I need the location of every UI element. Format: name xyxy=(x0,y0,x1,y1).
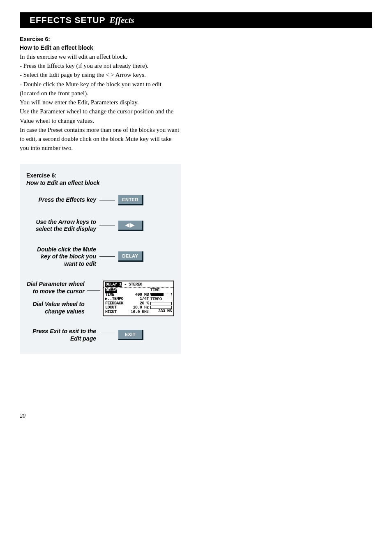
exercise-heading: Exercise 6: xyxy=(20,35,266,43)
delay-button: DELAY xyxy=(118,251,143,262)
connector-line xyxy=(99,335,115,335)
exercise-intro: In this exercise we will edit an effect … xyxy=(20,53,266,61)
lcd-row-val: 1/4T xyxy=(140,297,149,302)
exit-button: EXIT xyxy=(118,330,143,340)
step-row: Press Exit to exit to the Edit page EXIT xyxy=(26,328,174,342)
exercise-line: you into number two. xyxy=(20,144,266,152)
step-label: Use the Arrow keys to select the Edit di… xyxy=(26,219,99,233)
lcd-left-column: DELAY TIME400 MS ▶..TEMPO1/4T FEEDBACK20… xyxy=(105,288,149,314)
lcd-row-key: DELAY xyxy=(105,288,118,293)
body-text: Exercise 6: How to Edit an effect block … xyxy=(20,35,266,152)
lcd-step-row: Dial Parameter wheel to move the cursor … xyxy=(26,281,174,316)
lcd-screen: DELAY 1 - STEREO DELAY TIME400 MS ▶..TEM… xyxy=(103,281,174,316)
header-title-bold: EFFECTS SETUP xyxy=(30,15,106,25)
dial-value-label: Dial Value wheel to change values xyxy=(26,301,85,315)
lcd-title-inv: DELAY 1 xyxy=(105,282,122,287)
exercise-subheading: How to Edit an effect block xyxy=(20,44,266,52)
step-row: Double click the Mute key of the block y… xyxy=(26,246,174,268)
exercise-line: Value wheel to change values. xyxy=(20,117,266,125)
lcd-row-key: ▶..TEMPO xyxy=(105,297,123,302)
step-label: Press Exit to exit to the Edit page xyxy=(26,328,99,342)
connector-line xyxy=(99,226,115,226)
panel-subheading: How to Edit an effect block xyxy=(26,180,174,186)
lcd-tempo-label: TEMPO xyxy=(150,297,172,302)
lcd-readout: 333 MS xyxy=(150,309,172,314)
connector-line xyxy=(99,200,115,200)
exercise-line: to edit, a second double click on the bl… xyxy=(20,135,266,143)
lcd-tempo-bar xyxy=(150,306,172,309)
lcd-row-val: 10.0 Hz xyxy=(133,306,149,310)
lcd-time-bar xyxy=(150,293,172,296)
lcd-step-labels: Dial Parameter wheel to move the cursor … xyxy=(26,281,87,315)
lcd-time-label: TIME xyxy=(150,288,172,292)
dial-param-label: Dial Parameter wheel to move the cursor xyxy=(26,281,85,295)
lcd-title-rest: - STEREO xyxy=(122,282,142,287)
lcd-title: DELAY 1 - STEREO xyxy=(104,281,173,288)
header-title-italic: Effects xyxy=(110,15,134,25)
step-row: Press the Effects key ENTER xyxy=(26,195,174,205)
step-row: Use the Arrow keys to select the Edit di… xyxy=(26,219,174,233)
instruction-panel: Exercise 6: How to Edit an effect block … xyxy=(20,164,181,354)
enter-button: ENTER xyxy=(118,195,143,205)
step-label: Press the Effects key xyxy=(26,196,99,204)
exercise-line: - Select the Edit page by using the < > … xyxy=(20,71,266,79)
lcd-tempo-bar xyxy=(150,302,172,305)
lcd-row-key: HICUT xyxy=(105,310,117,315)
lcd-row-val: 16.0 KHz xyxy=(131,310,149,315)
panel-heading: Exercise 6: xyxy=(26,172,174,179)
exercise-line: Use the Parameter wheel to change the cu… xyxy=(20,107,266,115)
connector-line xyxy=(99,256,115,257)
lcd-row-key: LOCUT xyxy=(105,306,117,310)
connector-line xyxy=(87,290,100,291)
page-header: EFFECTS SETUP Effects xyxy=(20,12,372,28)
step-label: Double click the Mute key of the block y… xyxy=(26,246,99,268)
exercise-line: - Double click the Mute key of the block… xyxy=(20,80,266,88)
exercise-line: - Press the Effects key (if you are not … xyxy=(20,62,266,70)
lcd-right-column: TIME TEMPO 333 MS xyxy=(149,288,172,314)
page-number: 20 xyxy=(20,413,25,419)
exercise-line: (located on the front panel). xyxy=(20,89,266,97)
exercise-line: You will now enter the Edit, Parameters … xyxy=(20,98,266,106)
arrow-left-right-icon: ◀▶ xyxy=(125,222,135,228)
arrows-button: ◀▶ xyxy=(118,221,143,231)
exercise-line: In case the Preset contains more than on… xyxy=(20,126,266,134)
